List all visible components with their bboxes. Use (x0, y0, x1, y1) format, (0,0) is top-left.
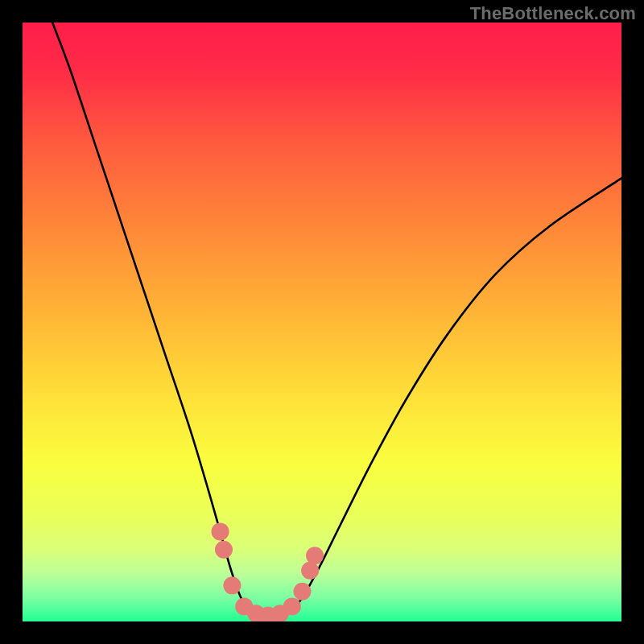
chart-background (23, 23, 621, 621)
curve-marker (223, 576, 241, 594)
curve-marker (301, 562, 319, 580)
curve-marker (293, 583, 311, 601)
bottleneck-chart (23, 23, 621, 621)
curve-marker (306, 547, 324, 564)
curve-marker (212, 522, 229, 540)
curve-marker (283, 597, 301, 615)
watermark-text: TheBottleneck.com (470, 3, 636, 24)
curve-marker (215, 541, 233, 559)
chart-frame (23, 23, 621, 621)
